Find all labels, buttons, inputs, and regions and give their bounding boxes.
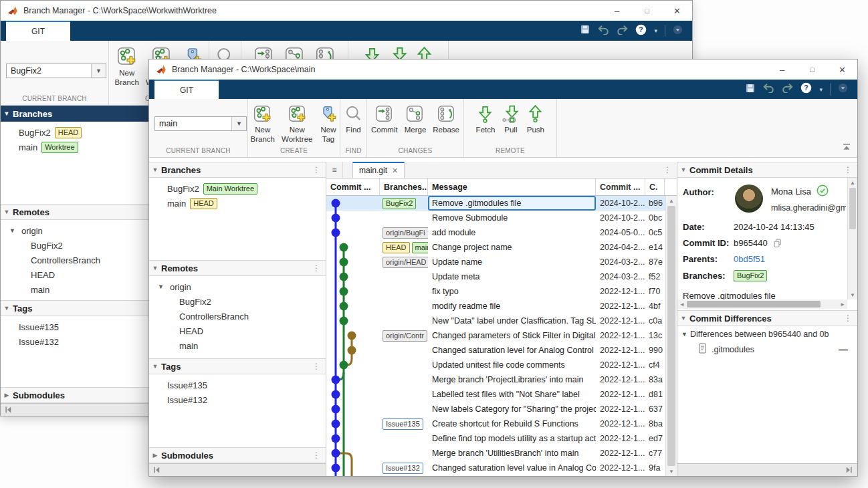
branch-badge[interactable]: BugFix2	[734, 270, 767, 281]
save-icon[interactable]	[580, 24, 590, 37]
collapse-triangle-icon[interactable]: ▼	[677, 166, 689, 173]
message-cell[interactable]: Remove Submodule	[428, 211, 596, 225]
tab-git[interactable]: GIT	[154, 80, 219, 99]
commit-row[interactable]: HEADmainChange project name2024-04-2...e…	[326, 240, 677, 255]
find-button[interactable]: Find	[342, 104, 365, 136]
commit-row[interactable]: BugFix2Remove .gitmodules file2024-10-2.…	[326, 196, 677, 211]
scroll-up-icon[interactable]: ▲	[666, 196, 677, 205]
redo-icon[interactable]	[617, 25, 628, 37]
tree-item[interactable]: main	[149, 338, 326, 353]
collapse-triangle-icon[interactable]: ▼	[149, 265, 161, 271]
collapse-triangle-icon[interactable]: ▶	[1, 392, 13, 398]
close-button[interactable]: ✕	[827, 59, 857, 80]
tab-git[interactable]: GIT	[6, 21, 70, 41]
tree-item[interactable]: main	[1, 282, 149, 297]
collapse-triangle-icon[interactable]: ▼	[1, 209, 13, 215]
toolstrip-options-icon[interactable]	[673, 25, 683, 37]
commit-row[interactable]: Changed saturation level for Analog Cont…	[326, 343, 677, 358]
parent-commit-link[interactable]: 0bd5f51	[734, 254, 765, 264]
commit-row[interactable]: Labelled test files with "Not Share" lab…	[326, 387, 677, 402]
column-header-id[interactable]: C.	[645, 178, 665, 195]
section-menu-dots-icon[interactable]: ⋮	[312, 263, 326, 273]
message-cell[interactable]: Updated unitest file code comments	[428, 358, 596, 372]
message-cell[interactable]: Create shortcut for Rebuild S Functions	[428, 416, 596, 431]
save-icon[interactable]	[745, 83, 756, 96]
tree-item[interactable]: Issue#135	[1, 320, 149, 334]
tree-item[interactable]: ControllersBranch	[149, 309, 326, 324]
commit-row[interactable]: Issue#135Create shortcut for Rebuild S F…	[326, 416, 677, 431]
section-header-remotes[interactable]: ▼Remotes⋮	[149, 260, 326, 276]
commit-list-scrollbar[interactable]: ▲ ▼	[665, 196, 677, 476]
scroll-right-icon[interactable]: ►	[838, 299, 847, 309]
merge-button[interactable]: Merge	[402, 104, 429, 136]
message-cell[interactable]: Change project name	[428, 240, 596, 255]
panel-menu-dots-icon[interactable]: ⋮	[844, 314, 857, 323]
combo-dropdown-icon[interactable]: ▼	[91, 64, 106, 78]
minimize-button[interactable]: –	[767, 59, 797, 80]
message-cell[interactable]: Update name	[428, 255, 596, 269]
commit-row[interactable]: New labels Category for "Sharing" the pr…	[326, 402, 677, 416]
scroll-down-icon[interactable]: ▼	[666, 467, 677, 476]
details-vertical-scrollbar[interactable]: ▲ ▼	[847, 178, 857, 299]
new-branch-button[interactable]: NewBranch	[112, 45, 142, 88]
commit-row[interactable]: origin/ContrChanged parameters of Stick …	[326, 328, 677, 343]
commit-button[interactable]: Commit	[368, 104, 401, 136]
collapse-panel-right-icon[interactable]	[845, 466, 857, 474]
tree-item[interactable]: Issue#132	[149, 392, 326, 407]
maximize-button[interactable]: □	[632, 1, 662, 21]
maximize-button[interactable]: □	[797, 59, 827, 80]
commit-row[interactable]: Merge branch 'UtilitiesBranch' into main…	[326, 446, 677, 461]
collapse-triangle-icon[interactable]: ▼	[149, 166, 161, 173]
commit-row[interactable]: Issue#132Changed saturation level value …	[326, 461, 677, 475]
message-cell[interactable]: Define find top models utility as a star…	[428, 431, 596, 446]
tree-item[interactable]: BugFix2	[149, 294, 326, 309]
rebase-button[interactable]: Rebase	[430, 104, 462, 136]
section-menu-dots-icon[interactable]: ⋮	[312, 451, 326, 460]
message-cell[interactable]: Update meta	[428, 269, 596, 284]
commit-row[interactable]: Updated unitest file code comments2022-1…	[326, 358, 677, 372]
tree-item-root[interactable]: ▼origin	[1, 223, 149, 238]
help-dropdown-icon[interactable]: ▾	[654, 27, 657, 34]
help-icon[interactable]: ?	[635, 24, 647, 38]
section-header-tags[interactable]: ▼Tags	[1, 300, 149, 316]
undo-icon[interactable]	[598, 25, 609, 37]
message-cell[interactable]: Merge branch 'UtilitiesBranch' into main	[428, 446, 596, 461]
message-cell[interactable]: fix typo	[428, 284, 596, 299]
commit-row[interactable]: Update meta2024-03-2...f52	[326, 269, 677, 284]
section-header-submodules[interactable]: ▶Submodules	[1, 387, 149, 403]
document-list-icon[interactable]: ≡	[326, 162, 343, 178]
new-tag-button[interactable]: NewTag	[316, 104, 340, 145]
panel-menu-dots-icon[interactable]: ⋮	[844, 165, 857, 174]
tree-item[interactable]: BugFix2HEAD	[1, 125, 149, 140]
column-header-message[interactable]: Message	[428, 178, 596, 195]
message-cell[interactable]: New "Data" label under Clasffication. Ta…	[428, 314, 596, 328]
new-worktree-button[interactable]: NewWorktree	[279, 104, 315, 145]
message-cell[interactable]: modify readme file	[428, 299, 596, 314]
differences-file-row[interactable]: .gitmodules —	[677, 342, 857, 357]
message-cell[interactable]: add module	[428, 225, 596, 240]
collapse-triangle-icon[interactable]: ▼	[149, 363, 161, 370]
message-cell[interactable]: New labels Category for "Sharing" the pr…	[428, 402, 596, 416]
scroll-down-icon[interactable]: ▼	[848, 290, 857, 299]
tree-item[interactable]: BugFix2	[1, 238, 149, 253]
tree-item[interactable]: BugFix2Main Worktree	[149, 181, 326, 196]
section-header-submodules[interactable]: ▶Submodules⋮	[149, 447, 326, 463]
tree-item[interactable]: Issue#132	[1, 334, 149, 349]
details-horizontal-scrollbar[interactable]: ◄ ►	[677, 299, 847, 309]
current-branch-combo[interactable]: BugFix2 ▼	[6, 64, 106, 78]
commit-row[interactable]: Define find top models utility as a star…	[326, 431, 677, 446]
current-branch-combo[interactable]: main ▼	[154, 116, 247, 131]
scroll-up-icon[interactable]: ▲	[848, 178, 857, 187]
message-cell[interactable]: Changed parameters of Stick Filter in Di…	[428, 328, 596, 343]
tree-item[interactable]: mainHEAD	[149, 196, 326, 211]
commit-details-header[interactable]: ▼ Commit Details ⋮	[677, 162, 857, 178]
close-tab-icon[interactable]: ✕	[392, 166, 398, 175]
column-header-branches[interactable]: Branches...	[380, 178, 428, 195]
message-cell[interactable]: Merge branch 'ProjectLibraries' into mai…	[428, 372, 596, 387]
tree-item[interactable]: Issue#135	[149, 378, 326, 392]
combo-dropdown-icon[interactable]: ▼	[231, 117, 246, 130]
collapse-triangle-icon[interactable]: ▼	[1, 305, 13, 312]
tree-item-root[interactable]: ▼origin	[149, 279, 326, 294]
collapse-panel-left-icon[interactable]	[149, 466, 161, 474]
scroll-left-icon[interactable]: ◄	[677, 299, 687, 309]
